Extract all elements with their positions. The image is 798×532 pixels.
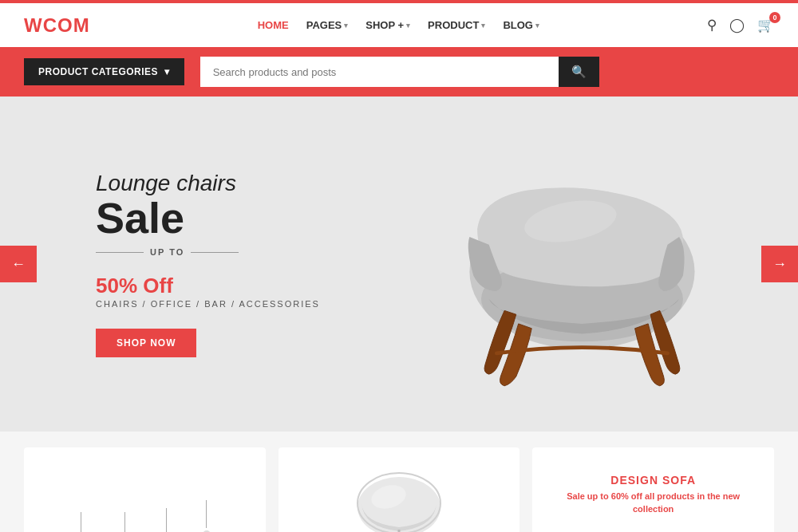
product-categories-button[interactable]: PRODUCT CATEGORIES ▾ bbox=[24, 58, 184, 85]
lamp-2 bbox=[103, 512, 147, 532]
lamp-4 bbox=[187, 500, 227, 532]
hero-next-button[interactable]: → bbox=[761, 246, 798, 282]
hero-content: Lounge chairs Sale UP TO 50% Off CHAIRS … bbox=[96, 171, 320, 357]
logo-com: COM bbox=[43, 14, 90, 36]
hero-discount: 50% Off bbox=[96, 261, 320, 299]
lamp-3 bbox=[151, 508, 183, 532]
lamp-1 bbox=[63, 512, 99, 532]
svg-point-13 bbox=[358, 477, 440, 532]
card-design-sofa: DESIGN SOFA Sale up to 60% off all produ… bbox=[532, 447, 774, 532]
logo-w: W bbox=[24, 14, 43, 36]
hero-section: ← Lounge chairs Sale UP TO 50% Off CHAIR… bbox=[0, 97, 798, 432]
nav-shop[interactable]: SHOP + ▾ bbox=[365, 19, 410, 31]
hero-categories: CHAIRS / OFFICE / BAR / ACCESSORIES bbox=[96, 299, 320, 309]
card-sofa-text: DESIGN SOFA Sale up to 60% off all produ… bbox=[548, 474, 758, 527]
lamps-image bbox=[63, 480, 227, 532]
hero-prev-button[interactable]: ← bbox=[0, 246, 37, 282]
card-sofa-desc: Sale up to 60% off all products in the n… bbox=[548, 490, 758, 516]
main-nav: HOME PAGES ▾ SHOP + ▾ PRODUCT ▾ BLOG ▾ bbox=[258, 19, 539, 31]
header: WCOM HOME PAGES ▾ SHOP + ▾ PRODUCT ▾ BLO… bbox=[0, 3, 798, 47]
search-section: PRODUCT CATEGORIES ▾ 🔍 bbox=[0, 47, 798, 97]
header-icons: ⚲ ◯ 🛒 0 bbox=[707, 17, 774, 33]
card-lamps bbox=[24, 447, 266, 532]
sofa-image bbox=[548, 527, 758, 533]
nav-home[interactable]: HOME bbox=[258, 19, 289, 31]
search-button[interactable]: 🔍 bbox=[559, 57, 599, 87]
logo[interactable]: WCOM bbox=[24, 14, 90, 37]
hero-chair-image bbox=[399, 120, 734, 408]
chevron-down-icon: ▾ bbox=[481, 22, 485, 30]
chevron-down-icon: ▾ bbox=[344, 22, 348, 30]
chevron-down-icon: ▾ bbox=[164, 66, 170, 77]
search-input[interactable] bbox=[200, 57, 559, 87]
nav-product[interactable]: PRODUCT ▾ bbox=[428, 19, 485, 31]
nav-blog[interactable]: BLOG ▾ bbox=[503, 19, 539, 31]
decorative-line bbox=[96, 252, 144, 253]
user-icon[interactable]: ◯ bbox=[729, 17, 745, 33]
hero-upto-label: UP TO bbox=[150, 247, 184, 257]
search-icon[interactable]: ⚲ bbox=[707, 17, 717, 33]
cards-section: MINIMAL CHAIR Sale up to 60% off all pro… bbox=[0, 432, 798, 532]
nav-pages[interactable]: PAGES ▾ bbox=[306, 19, 349, 31]
cart-icon[interactable]: 🛒 0 bbox=[757, 17, 774, 33]
cart-badge: 0 bbox=[769, 12, 780, 23]
hero-title: Sale bbox=[96, 196, 320, 239]
hero-upto: UP TO bbox=[96, 247, 320, 257]
card-sofa-label: DESIGN SOFA bbox=[548, 474, 758, 487]
shop-now-button[interactable]: SHOP NOW bbox=[96, 329, 196, 357]
chevron-down-icon: ▾ bbox=[535, 22, 539, 30]
hero-subtitle: Lounge chairs bbox=[96, 171, 320, 196]
decorative-line bbox=[191, 252, 239, 253]
search-bar: 🔍 bbox=[200, 57, 599, 87]
card-minimal-chair: MINIMAL CHAIR Sale up to 60% off all pro… bbox=[279, 447, 520, 532]
minimal-chair-image bbox=[347, 463, 451, 532]
chevron-down-icon: ▾ bbox=[406, 22, 410, 30]
